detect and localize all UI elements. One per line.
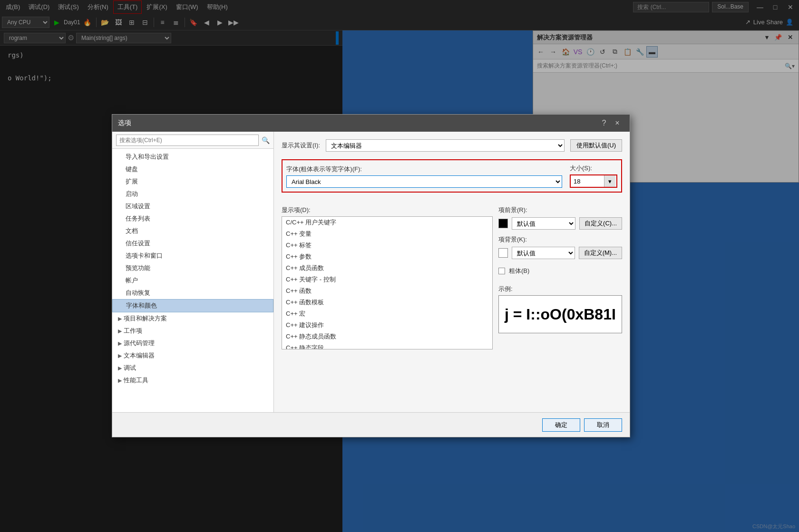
- display-item-7[interactable]: C++ 函数模板: [282, 297, 492, 308]
- preview-box: j = I::oO(0xB81I: [498, 295, 622, 333]
- fg-color-dropdown[interactable]: 默认值: [512, 217, 575, 230]
- use-default-button[interactable]: 使用默认值(U): [570, 139, 622, 152]
- font-label: 字体(粗体表示等宽字体)(F):: [286, 165, 562, 174]
- expand-icon-project: ▶: [118, 316, 122, 322]
- tree-item-startup[interactable]: 启动: [112, 188, 273, 200]
- cancel-button[interactable]: 取消: [584, 418, 622, 432]
- dialog-title: 选项: [118, 119, 597, 127]
- tree-group-workitem[interactable]: ▶ 工作项: [112, 325, 273, 337]
- fg-color-swatch: [498, 219, 508, 228]
- display-list-wrap: 显示项(D): C/C++ 用户关键字 C++ 变量 C++ 标签 C++ 参数…: [282, 206, 493, 349]
- bg-label: 项背景(K):: [498, 235, 622, 244]
- display-items-label: 显示项(D):: [282, 206, 493, 214]
- display-item-11[interactable]: C++ 静态字段: [282, 342, 492, 349]
- fg-custom-button[interactable]: 自定义(C)...: [579, 217, 622, 230]
- display-list[interactable]: C/C++ 用户关键字 C++ 变量 C++ 标签 C++ 参数 C++ 成员函…: [282, 216, 493, 349]
- tree-item-document[interactable]: 文档: [112, 225, 273, 237]
- display-item-2[interactable]: C++ 标签: [282, 240, 492, 251]
- size-label: 大小(S):: [570, 164, 617, 173]
- font-row: Arial Black: [286, 175, 562, 188]
- display-section: 显示项(D): C/C++ 用户关键字 C++ 变量 C++ 标签 C++ 参数…: [282, 206, 622, 349]
- tree-item-tasklist[interactable]: 任务列表: [112, 213, 273, 225]
- display-item-5[interactable]: C++ 关键字 - 控制: [282, 274, 492, 285]
- tree-item-import-export[interactable]: 导入和导出设置: [112, 151, 273, 163]
- fg-label: 项前景(R):: [498, 206, 622, 214]
- display-item-8[interactable]: C++ 宏: [282, 308, 492, 319]
- tree-item-trust[interactable]: 信任设置: [112, 237, 273, 250]
- bg-color-swatch: [498, 248, 508, 258]
- preview-label: 示例:: [498, 285, 622, 293]
- display-item-4[interactable]: C++ 成员函数: [282, 262, 492, 274]
- display-settings-label: 显示其设置(I):: [282, 141, 320, 150]
- display-settings-dropdown[interactable]: 文本编辑器: [326, 139, 565, 152]
- tree-item-region[interactable]: 区域设置: [112, 200, 273, 213]
- expand-icon-debug: ▶: [118, 365, 122, 371]
- tree-search-input[interactable]: [116, 135, 259, 146]
- tree-item-preview[interactable]: 预览功能: [112, 262, 273, 274]
- size-dropdown-button[interactable]: ▾: [604, 175, 615, 187]
- bg-section: 项背景(K): 默认值 自定义(M)...: [498, 235, 622, 259]
- tree-group-debug-label: 调试: [124, 364, 136, 372]
- preview-section: 示例: j = I::oO(0xB81I: [498, 285, 622, 333]
- tree-item-keyboard[interactable]: 键盘: [112, 163, 273, 175]
- dialog-titlebar: 选项 ? ×: [112, 115, 630, 132]
- font-section-border: 字体(粗体表示等宽字体)(F): Arial Black 大小(S):: [282, 159, 622, 193]
- dialog-footer: 确定 取消: [112, 412, 630, 437]
- display-settings-row: 显示其设置(I): 文本编辑器 使用默认值(U): [282, 139, 622, 152]
- content-panel: 显示其设置(I): 文本编辑器 使用默认值(U) 字体(粗体表示等宽字体)(F)…: [274, 132, 630, 412]
- bold-label: 粗体(B): [509, 267, 529, 275]
- tree-group-project-label: 项目和解决方案: [124, 314, 167, 323]
- display-item-9[interactable]: C++ 建议操作: [282, 319, 492, 331]
- tree-content[interactable]: 导入和导出设置 键盘 扩展 启动 区域设置 任务列表 文档 信任设置 选项卡和窗…: [112, 149, 273, 412]
- tree-group-scm[interactable]: ▶ 源代码管理: [112, 337, 273, 349]
- font-dropdown-wrap: 字体(粗体表示等宽字体)(F): Arial Black: [286, 165, 562, 188]
- display-item-0[interactable]: C/C++ 用户关键字: [282, 217, 492, 228]
- display-item-3[interactable]: C++ 参数: [282, 251, 492, 262]
- tree-group-workitem-label: 工作项: [124, 327, 142, 335]
- display-item-10[interactable]: C++ 静态成员函数: [282, 331, 492, 342]
- dialog-close-button[interactable]: ×: [611, 116, 624, 130]
- bg-color-dropdown[interactable]: 默认值: [512, 247, 575, 259]
- tree-item-account[interactable]: 帐户: [112, 274, 273, 287]
- tree-group-texteditor-label: 文本编辑器: [124, 351, 155, 360]
- fg-color-row: 默认值 自定义(C)...: [498, 217, 622, 230]
- bold-row: 粗体(B): [498, 267, 622, 275]
- tree-group-scm-label: 源代码管理: [124, 339, 155, 348]
- bg-custom-button[interactable]: 自定义(M)...: [579, 247, 622, 259]
- font-size-section: 字体(粗体表示等宽字体)(F): Arial Black 大小(S):: [282, 159, 622, 196]
- right-settings: 项前景(R): 默认值 自定义(C)... 项背景(K):: [498, 206, 622, 349]
- size-input-wrap: ▾: [570, 174, 617, 188]
- dialog-body: 🔍 导入和导出设置 键盘 扩展 启动 区域设置 任务列表 文档 信任设置 选项卡…: [112, 132, 630, 412]
- font-size-inner: 字体(粗体表示等宽字体)(F): Arial Black 大小(S):: [286, 164, 617, 188]
- ok-button[interactable]: 确定: [542, 418, 580, 432]
- font-dropdown[interactable]: Arial Black: [286, 175, 562, 188]
- tree-search-icon: 🔍: [262, 136, 270, 144]
- bold-checkbox[interactable]: [498, 268, 505, 274]
- display-item-1[interactable]: C++ 变量: [282, 228, 492, 240]
- expand-icon-scm: ▶: [118, 340, 122, 347]
- tree-group-debug[interactable]: ▶ 调试: [112, 362, 273, 374]
- tree-item-extend[interactable]: 扩展: [112, 175, 273, 188]
- expand-icon-perftools: ▶: [118, 377, 122, 384]
- preview-text: j = I::oO(0xB81I: [505, 306, 616, 323]
- display-item-6[interactable]: C++ 函数: [282, 285, 492, 297]
- bg-color-row: 默认值 自定义(M)...: [498, 247, 622, 259]
- tree-item-tabs-windows[interactable]: 选项卡和窗口: [112, 250, 273, 262]
- options-dialog: 选项 ? × 🔍 导入和导出设置 键盘 扩展 启动 区域设置 任务列表 文档 信…: [112, 114, 630, 437]
- fg-section: 项前景(R): 默认值 自定义(C)...: [498, 206, 622, 230]
- tree-search-area: 🔍: [112, 132, 273, 149]
- tree-item-autorecover[interactable]: 自动恢复: [112, 287, 273, 299]
- tree-group-project[interactable]: ▶ 项目和解决方案: [112, 312, 273, 325]
- size-section: 大小(S): ▾: [570, 164, 617, 188]
- tree-item-font-color[interactable]: 字体和颜色: [112, 299, 273, 312]
- expand-icon-workitem: ▶: [118, 328, 122, 334]
- dialog-help-button[interactable]: ?: [597, 116, 611, 130]
- expand-icon-texteditor: ▶: [118, 353, 122, 359]
- tree-group-perftools-label: 性能工具: [124, 376, 148, 385]
- size-input[interactable]: [571, 175, 604, 187]
- tree-group-texteditor[interactable]: ▶ 文本编辑器: [112, 349, 273, 362]
- tree-panel: 🔍 导入和导出设置 键盘 扩展 启动 区域设置 任务列表 文档 信任设置 选项卡…: [112, 132, 274, 412]
- tree-group-perftools[interactable]: ▶ 性能工具: [112, 374, 273, 387]
